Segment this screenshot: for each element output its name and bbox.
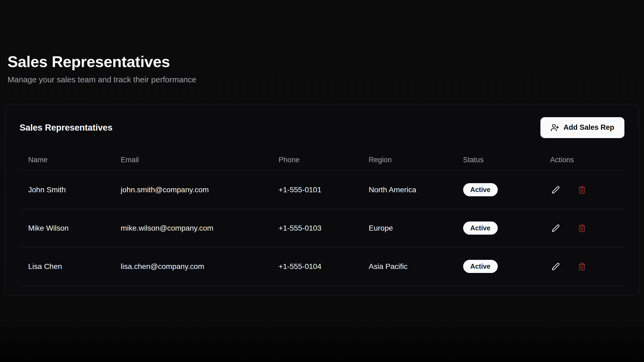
rep-region: Asia Pacific: [360, 247, 455, 286]
status-badge: Active: [463, 183, 498, 196]
rep-email: mike.wilson@company.com: [112, 209, 270, 247]
column-header-phone: Phone: [270, 149, 360, 171]
status-badge: Active: [463, 260, 498, 273]
rep-email: john.smith@company.com: [112, 171, 270, 209]
add-sales-rep-button[interactable]: Add Sales Rep: [540, 117, 624, 138]
column-header-status: Status: [455, 149, 542, 171]
table-row: Lisa Chen lisa.chen@company.com +1-555-0…: [20, 247, 624, 286]
edit-button[interactable]: [550, 261, 561, 272]
rep-region: North America: [360, 171, 455, 209]
row-actions: [550, 261, 616, 272]
page-header: Sales Representatives Manage your sales …: [5, 0, 639, 84]
sales-reps-table: Name Email Phone Region Status Actions J…: [20, 149, 624, 286]
card-header: Sales Representatives Add Sales Rep: [20, 117, 624, 138]
column-header-name: Name: [20, 149, 112, 171]
rep-phone: +1-555-0103: [270, 209, 360, 247]
status-badge: Active: [463, 221, 498, 235]
page: Sales Representatives Manage your sales …: [0, 0, 644, 296]
page-subtitle: Manage your sales team and track their p…: [8, 75, 636, 84]
table-row: Mike Wilson mike.wilson@company.com +1-5…: [20, 209, 624, 247]
rep-email: lisa.chen@company.com: [112, 247, 270, 286]
delete-button[interactable]: [576, 184, 588, 195]
rep-phone: +1-555-0101: [270, 171, 360, 209]
rep-name: Lisa Chen: [20, 247, 112, 286]
edit-button[interactable]: [550, 223, 561, 234]
row-actions: [550, 223, 616, 234]
add-sales-rep-label: Add Sales Rep: [564, 123, 614, 132]
table-header-row: Name Email Phone Region Status Actions: [20, 149, 624, 171]
sales-reps-card: Sales Representatives Add Sales Rep: [5, 104, 639, 296]
edit-button[interactable]: [550, 184, 561, 195]
rep-name: John Smith: [20, 171, 112, 209]
column-header-region: Region: [360, 149, 455, 171]
user-plus-icon: [551, 123, 559, 132]
pencil-icon: [552, 263, 560, 271]
trash-icon: [578, 186, 586, 194]
pencil-icon: [552, 224, 560, 232]
trash-icon: [578, 224, 586, 232]
delete-button[interactable]: [576, 223, 588, 234]
rep-region: Europe: [360, 209, 455, 247]
row-actions: [550, 184, 616, 195]
pencil-icon: [552, 186, 560, 194]
column-header-actions: Actions: [541, 149, 624, 171]
column-header-email: Email: [112, 149, 270, 171]
rep-name: Mike Wilson: [20, 209, 112, 247]
trash-icon: [578, 263, 586, 271]
table-row: John Smith john.smith@company.com +1-555…: [20, 171, 624, 209]
delete-button[interactable]: [576, 261, 588, 272]
rep-phone: +1-555-0104: [270, 247, 360, 286]
card-title: Sales Representatives: [20, 123, 112, 133]
page-title: Sales Representatives: [8, 53, 636, 70]
